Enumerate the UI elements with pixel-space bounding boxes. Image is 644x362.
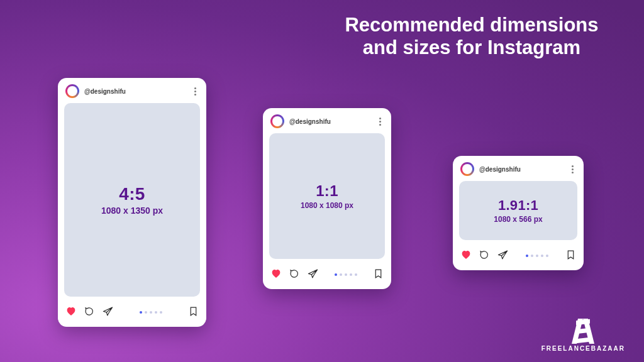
media-placeholder: 1:1 1080 x 1080 px bbox=[269, 133, 385, 259]
pagination-dots bbox=[516, 255, 558, 257]
share-icon[interactable] bbox=[103, 306, 113, 319]
more-options-icon[interactable] bbox=[192, 85, 199, 98]
card-header: @designshifu bbox=[58, 78, 206, 103]
bookmark-icon[interactable] bbox=[373, 268, 384, 282]
card-header: @designshifu bbox=[453, 156, 584, 181]
bookmark-icon[interactable] bbox=[188, 306, 199, 319]
aspect-ratio-label: 4:5 bbox=[119, 184, 145, 204]
more-options-icon[interactable] bbox=[569, 163, 576, 176]
avatar-ring-icon bbox=[65, 84, 79, 98]
instagram-card-square: @designshifu 1:1 1080 x 1080 px bbox=[263, 108, 391, 289]
brand-name: FREELANCEBAZAAR bbox=[541, 345, 625, 352]
dimensions-label: 1080 x 1350 px bbox=[101, 206, 163, 216]
card-footer bbox=[58, 302, 206, 327]
pagination-dots bbox=[326, 273, 365, 276]
more-options-icon[interactable] bbox=[377, 115, 384, 128]
comment-icon[interactable] bbox=[84, 306, 95, 319]
dimensions-label: 1080 x 566 px bbox=[494, 215, 542, 224]
share-icon[interactable] bbox=[497, 250, 508, 263]
username-label: @designshifu bbox=[479, 166, 564, 173]
media-placeholder: 1.91:1 1080 x 566 px bbox=[459, 181, 577, 240]
avatar-ring-icon bbox=[460, 162, 474, 176]
instagram-card-portrait: @designshifu 4:5 1080 x 1350 px bbox=[58, 78, 206, 327]
share-icon[interactable] bbox=[308, 268, 318, 282]
aspect-ratio-label: 1.91:1 bbox=[498, 197, 538, 214]
instagram-card-landscape: @designshifu 1.91:1 1080 x 566 px bbox=[453, 156, 584, 270]
aspect-ratio-label: 1:1 bbox=[316, 182, 338, 200]
avatar-ring-icon bbox=[270, 114, 284, 128]
stage: Recommended dimensions and sizes for Ins… bbox=[0, 0, 644, 362]
username-label: @designshifu bbox=[84, 88, 187, 95]
comment-icon[interactable] bbox=[479, 250, 490, 263]
heart-icon[interactable] bbox=[460, 249, 472, 263]
page-title: Recommended dimensions and sizes for Ins… bbox=[327, 14, 616, 58]
brand-logo-icon bbox=[572, 319, 594, 344]
comment-icon[interactable] bbox=[289, 268, 300, 282]
bookmark-icon[interactable] bbox=[565, 250, 576, 263]
pagination-dots bbox=[121, 311, 180, 314]
username-label: @designshifu bbox=[289, 118, 372, 125]
card-footer bbox=[453, 245, 584, 270]
heart-icon[interactable] bbox=[270, 268, 282, 282]
heart-icon[interactable] bbox=[65, 305, 77, 319]
card-footer bbox=[263, 264, 391, 289]
media-placeholder: 4:5 1080 x 1350 px bbox=[64, 103, 200, 297]
brand-footer: FREELANCEBAZAAR bbox=[541, 319, 625, 352]
dimensions-label: 1080 x 1080 px bbox=[301, 201, 353, 210]
card-header: @designshifu bbox=[263, 108, 391, 133]
